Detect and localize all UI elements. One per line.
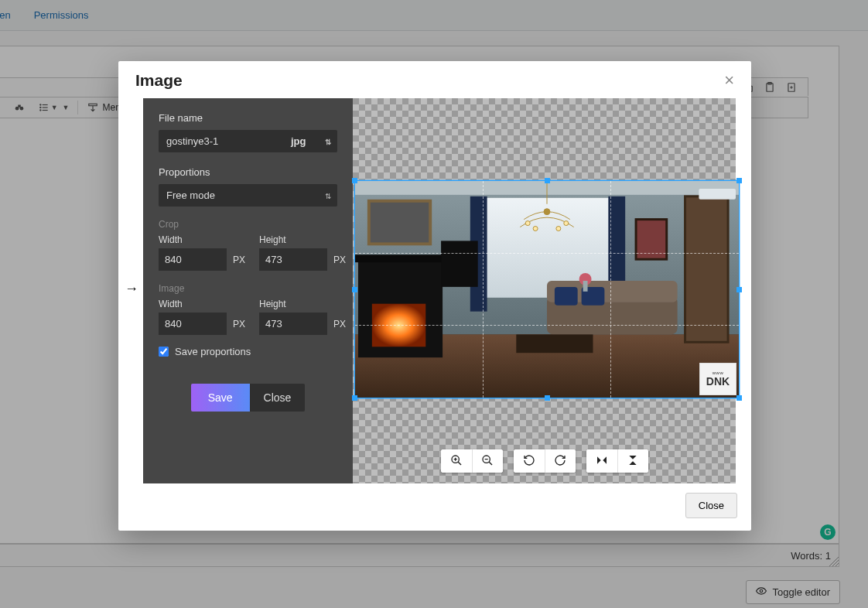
svg-rect-40 [699,189,736,200]
image-width-input[interactable] [159,313,227,335]
save-button[interactable]: Save [191,384,250,412]
proportions-select[interactable]: Free mode [159,184,337,207]
modal-close-button[interactable]: Close [685,493,737,518]
crop-handle[interactable] [736,395,742,401]
crop-handle[interactable] [352,395,357,401]
file-name-input[interactable] [159,130,286,152]
flip-horizontal-button[interactable] [586,449,617,473]
image-width-label: Width [159,299,245,309]
svg-line-46 [458,462,461,465]
crop-height-label: Height [259,234,346,245]
svg-point-25 [544,209,550,215]
crop-handle[interactable] [736,287,742,292]
crop-width-input[interactable] [159,248,227,271]
zoom-out-icon [481,454,494,469]
svg-rect-30 [369,201,430,244]
watermark: www DNK [699,363,736,395]
rotate-right-button[interactable] [545,449,576,473]
file-ext-select[interactable]: jpg ⇅ [286,130,337,152]
image-height-input[interactable] [259,313,327,335]
image-section-label: Image [159,283,337,294]
px-unit: PX [233,319,245,330]
modal-title: Image [135,71,183,90]
zoom-in-icon [450,454,463,469]
crop-handle[interactable] [545,178,550,183]
crop-handle[interactable] [352,178,357,183]
collapse-arrow-icon[interactable]: → [125,281,138,297]
crop-handle[interactable] [736,178,742,183]
modal-close-x[interactable]: × [724,70,734,91]
svg-rect-32 [355,254,449,262]
crop-handle[interactable] [545,395,550,401]
flip-vertical-button[interactable] [617,449,648,473]
svg-rect-38 [516,334,593,353]
cropper-canvas[interactable]: www DNK [353,98,736,483]
rotate-left-icon [523,454,535,469]
file-name-label: File name [159,112,337,124]
close-icon: × [724,70,734,90]
crop-width-label: Width [159,234,245,245]
svg-rect-36 [555,287,578,306]
modal-header: Image × [118,61,751,98]
modal-body: → File name jpg ⇅ Proportions Free mode … [143,98,736,483]
image-modal: Image × → File name jpg ⇅ Proportions Fr… [118,61,751,531]
zoom-out-button[interactable] [472,449,503,473]
zoom-in-button[interactable] [441,449,472,473]
rotate-right-icon [554,454,566,469]
svg-point-26 [525,221,530,226]
px-unit: PX [333,254,346,265]
svg-point-29 [556,227,561,231]
save-proportions-label: Save proportions [175,346,251,357]
crop-frame[interactable]: www DNK [354,180,740,398]
px-unit: PX [333,319,346,330]
svg-point-27 [564,221,569,226]
crop-section-label: Crop [159,219,337,230]
flip-horizontal-icon [596,454,608,469]
cropper-settings-panel: → File name jpg ⇅ Proportions Free mode … [143,98,353,483]
crop-handle[interactable] [352,287,357,292]
svg-rect-39 [685,196,729,342]
modal-footer: Close [118,483,751,531]
close-button-dark[interactable]: Close [250,384,306,412]
svg-point-28 [533,227,538,231]
px-unit: PX [233,254,245,265]
save-proportions-checkbox[interactable] [159,347,169,357]
image-height-label: Height [259,299,346,309]
room-photo [355,181,739,398]
rotate-left-button[interactable] [514,449,545,473]
cropper-toolbar [441,449,648,473]
chevron-updown-icon: ⇅ [325,191,331,200]
flip-vertical-icon [627,454,639,469]
svg-rect-44 [583,281,588,292]
save-proportions-row[interactable]: Save proportions [159,346,337,357]
chevron-updown-icon: ⇅ [325,137,331,145]
svg-rect-42 [441,241,478,287]
proportions-label: Proportions [159,166,337,178]
svg-line-50 [489,462,492,465]
crop-height-input[interactable] [259,248,327,271]
